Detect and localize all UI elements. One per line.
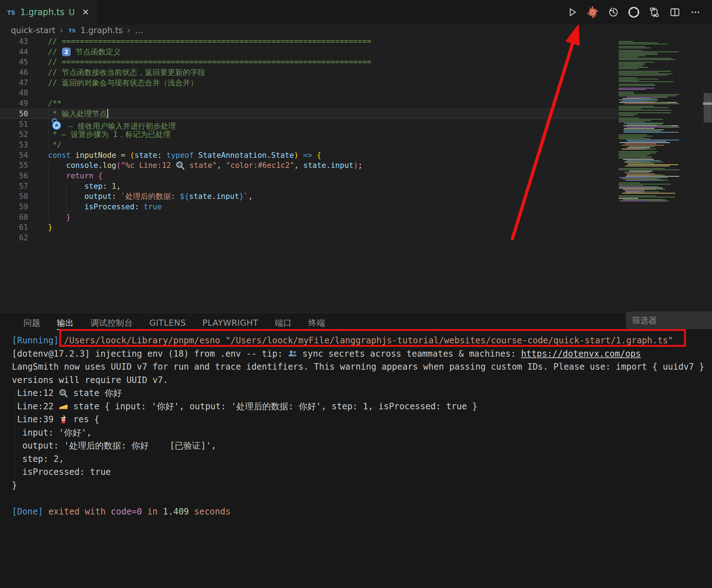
text-segment: } — [12, 480, 17, 490]
line-number[interactable]: 47 — [0, 79, 33, 87]
busts-icon — [288, 349, 297, 358]
chevron-right-icon: › — [59, 25, 64, 35]
output-line-1: [Running] /Users/loock/Library/pnpm/esno… — [0, 334, 712, 347]
filter-input[interactable] — [626, 316, 712, 325]
output-line-5: Line:12 state 你好 — [0, 387, 712, 400]
line-number[interactable]: 51 — [0, 120, 33, 129]
minimap[interactable] — [617, 40, 683, 202]
code-line-56[interactable]: 56 return { — [0, 171, 617, 181]
text-segment: : — [103, 182, 112, 191]
output-filter-box[interactable] — [626, 312, 712, 329]
code-line-54[interactable]: 54const inputNode = (state: typeof State… — [0, 150, 617, 160]
code-line-44[interactable]: 44// 2 节点函数定义 — [0, 46, 617, 57]
output-line-12: } — [0, 479, 712, 492]
line-number[interactable]: 44 — [0, 48, 33, 56]
line-number[interactable]: 48 — [0, 89, 33, 97]
code-line-59[interactable]: 59 isProcessed: true — [0, 202, 617, 212]
code-text: return { — [33, 172, 103, 180]
text-segment: step: 2, — [12, 454, 64, 464]
editor-actions-toolbar — [565, 0, 712, 24]
code-line-51[interactable]: 51 – 接收用户输入并进行初步处理 — [0, 119, 617, 129]
editor-scrollbar[interactable] — [703, 36, 712, 313]
code-line-58[interactable]: 58 output: `处理后的数据: ${state.input}`, — [0, 191, 617, 202]
more-actions-icon[interactable] — [688, 5, 703, 19]
line-number[interactable]: 56 — [0, 172, 33, 180]
keycap-2-icon: 2 — [62, 47, 71, 57]
breadcrumb-file[interactable]: 1.graph.ts — [80, 26, 123, 35]
panel-tab-端口[interactable]: 端口 — [267, 313, 300, 333]
code-line-57[interactable]: 57 step: 1, — [0, 181, 617, 191]
line-number[interactable]: 57 — [0, 182, 33, 191]
panel-tab-调试控制台[interactable]: 调试控制台 — [82, 313, 141, 333]
dotenvx-link[interactable]: https://dotenvx.com/ops — [521, 349, 641, 359]
ts-file-icon: TS — [6, 7, 17, 18]
output-indent-guide — [14, 389, 15, 479]
code-line-45[interactable]: 45// ===================================… — [0, 57, 617, 67]
split-editor-icon[interactable] — [668, 5, 682, 19]
line-number[interactable]: 61 — [0, 223, 33, 232]
panel-tab-输出[interactable]: 输出 — [49, 313, 82, 333]
line-number[interactable]: 45 — [0, 58, 33, 66]
code-line-47[interactable]: 47// 返回的对象会与现有状态合并（浅合并） — [0, 77, 617, 88]
line-number[interactable]: 46 — [0, 68, 33, 77]
code-line-49[interactable]: 49/** — [0, 98, 617, 109]
code-line-60[interactable]: 60 } — [0, 212, 617, 222]
text-segment: ( — [116, 161, 121, 170]
history-icon[interactable] — [606, 5, 620, 19]
openai-icon[interactable] — [627, 5, 641, 19]
text-segment: */ — [48, 141, 62, 149]
code-line-43[interactable]: 43// ===================================… — [0, 36, 617, 47]
breadcrumb-symbol[interactable]: … — [135, 26, 143, 35]
run-icon[interactable] — [565, 5, 579, 19]
panel-tab-问题[interactable]: 问题 — [15, 313, 49, 333]
text-segment: , — [294, 161, 303, 170]
line-number[interactable]: 43 — [0, 37, 33, 46]
indent-guide — [48, 161, 49, 223]
text-cursor — [107, 109, 108, 118]
line-number[interactable]: 59 — [0, 202, 33, 211]
text-segment: // 节点函数接收当前状态，返回要更新的字段 — [48, 68, 205, 77]
code-line-46[interactable]: 46// 节点函数接收当前状态，返回要更新的字段 — [0, 67, 617, 78]
text-segment: "%c Line:12 — [121, 161, 175, 170]
text-segment: [Done] — [12, 507, 43, 517]
tab-1-graph-ts[interactable]: TS 1.graph.ts U ✕ — [0, 0, 97, 24]
panel-tab-PLAYWRIGHT[interactable]: PLAYWRIGHT — [194, 313, 267, 333]
panel-tab-GITLENS[interactable]: GITLENS — [141, 313, 194, 333]
line-number[interactable]: 58 — [0, 192, 33, 201]
code-line-53[interactable]: 53 */ — [0, 140, 617, 150]
text-segment: LangSmith now uses UUID v7 for run and t… — [12, 362, 704, 372]
text-segment: ( — [130, 151, 135, 160]
code-editor[interactable]: 4243// =================================… — [0, 36, 712, 313]
code-line-61[interactable]: 61} — [0, 222, 617, 233]
text-segment: ) — [294, 151, 299, 160]
line-number[interactable]: 55 — [0, 161, 33, 170]
code-line-48[interactable]: 48 — [0, 88, 617, 98]
text-segment: console — [66, 161, 98, 170]
line-number[interactable]: 49 — [0, 99, 33, 108]
overview-ruler-cursor-marker — [703, 102, 712, 105]
text-segment: // =====================================… — [48, 58, 371, 66]
code-line-62[interactable]: 62 — [0, 233, 617, 243]
compare-changes-icon[interactable] — [647, 5, 662, 19]
panel-tab-终端[interactable]: 终端 — [300, 313, 334, 333]
claude-icon[interactable] — [586, 5, 600, 19]
line-number[interactable]: 60 — [0, 213, 33, 222]
text-segment: } — [239, 192, 244, 201]
line-number[interactable]: 53 — [0, 141, 33, 149]
line-number[interactable]: 50 — [0, 110, 33, 118]
scrollbar-thumb[interactable] — [704, 93, 712, 122]
line-number[interactable]: 62 — [0, 233, 33, 242]
code-text: } — [33, 213, 71, 222]
text-segment: StateAnnotation — [198, 151, 267, 160]
output-line-6: Line:22 state { input: '你好', output: '处理… — [0, 400, 712, 413]
code-line-55[interactable]: 55 console.log("%c Line:12 state", "colo… — [0, 160, 617, 171]
text-segment: . — [212, 192, 217, 201]
close-tab-icon[interactable]: ✕ — [82, 7, 89, 17]
line-number[interactable]: 54 — [0, 151, 33, 160]
breadcrumb-folder[interactable]: quick-start — [11, 26, 55, 35]
line-number[interactable]: 52 — [0, 130, 33, 139]
text-segment: : — [134, 202, 143, 211]
bottom-panel: 问题输出调试控制台GITLENSPLAYWRIGHT端口终端 [Running]… — [0, 313, 712, 588]
code-line-52[interactable]: 52 * – 设置步骤为 1，标记为已处理 — [0, 129, 617, 140]
code-text: const inputNode = (state: typeof StateAn… — [33, 151, 321, 160]
